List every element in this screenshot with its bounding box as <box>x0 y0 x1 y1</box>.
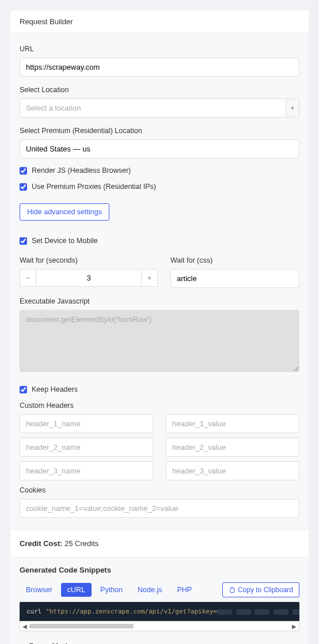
header-value-input[interactable] <box>166 461 299 480</box>
code-snippet: curl "https://app.zenscrape.com/api/v1/g… <box>20 602 299 621</box>
scroll-thumb[interactable] <box>29 624 134 628</box>
credit-cost: Credit Cost: 25 Credits <box>10 529 309 557</box>
credit-label: Credit Cost: <box>20 539 62 548</box>
wait-css-input[interactable] <box>170 269 299 288</box>
proxy-mode-title: or Proxy Mode <box>20 642 299 644</box>
credit-value: 25 Credits <box>64 539 98 548</box>
wait-seconds-stepper[interactable]: − + <box>20 269 158 287</box>
chevron-down-icon[interactable]: ▼ <box>286 99 299 118</box>
copy-button[interactable]: Copy to Clipboard <box>222 582 299 597</box>
wait-css-label: Wait for (css) <box>170 256 299 264</box>
keep-headers-checkbox[interactable] <box>20 386 27 393</box>
render-js-label: Render JS (Headless Browser) <box>32 166 131 175</box>
set-mobile-label: Set Device to Mobile <box>32 237 98 245</box>
keep-headers-label: Keep Headers <box>32 385 78 393</box>
svg-rect-0 <box>230 588 234 593</box>
location-placeholder: Select a location <box>20 99 286 118</box>
cookies-input[interactable] <box>20 499 299 518</box>
tab-browser[interactable]: Browser <box>20 583 59 597</box>
scroll-left-icon[interactable]: ◀ <box>20 623 29 630</box>
hide-advanced-button[interactable]: Hide advanced settings <box>20 203 109 221</box>
location-select[interactable]: Select a location ▼ <box>20 99 299 118</box>
url-input[interactable] <box>20 58 299 77</box>
wait-seconds-input[interactable] <box>36 269 142 287</box>
custom-headers-label: Custom Headers <box>20 401 299 410</box>
header-name-input[interactable] <box>20 461 153 480</box>
tab-nodejs[interactable]: Node.js <box>131 583 168 597</box>
header-value-input[interactable] <box>166 414 299 433</box>
stepper-minus-button[interactable]: − <box>20 269 36 287</box>
premium-proxies-label: Use Premium Proxies (Residential IPs) <box>32 183 156 191</box>
wait-seconds-label: Wait for (seconds) <box>20 256 158 264</box>
stepper-plus-button[interactable]: + <box>142 269 158 287</box>
code-snippets: Generated Code Snippets Browser cURL Pyt… <box>10 557 309 644</box>
scroll-right-icon[interactable]: ▶ <box>290 623 299 630</box>
request-form: URL Select Location Select a location ▼ … <box>10 33 309 529</box>
premium-location-input[interactable] <box>20 139 299 158</box>
render-js-checkbox[interactable] <box>20 167 27 175</box>
premium-location-label: Select Premium (Residential) Location <box>20 127 299 135</box>
page-title: Request Builder <box>10 10 309 33</box>
horizontal-scrollbar[interactable]: ◀ ▶ <box>20 621 299 631</box>
location-label: Select Location <box>20 86 299 94</box>
cookies-label: Cookies <box>20 486 299 494</box>
exec-js-textarea[interactable] <box>20 310 299 372</box>
premium-proxies-checkbox[interactable] <box>20 183 27 191</box>
header-value-input[interactable] <box>166 438 299 457</box>
set-mobile-checkbox[interactable] <box>20 237 27 245</box>
exec-js-label: Executable Javascript <box>20 297 299 305</box>
header-name-input[interactable] <box>20 414 153 433</box>
tab-php[interactable]: PHP <box>170 583 198 597</box>
snippets-title: Generated Code Snippets <box>20 566 299 574</box>
header-name-input[interactable] <box>20 438 153 457</box>
clipboard-icon <box>229 586 236 593</box>
url-label: URL <box>20 45 299 53</box>
tab-curl[interactable]: cURL <box>61 583 92 597</box>
tab-python[interactable]: Python <box>94 583 129 597</box>
